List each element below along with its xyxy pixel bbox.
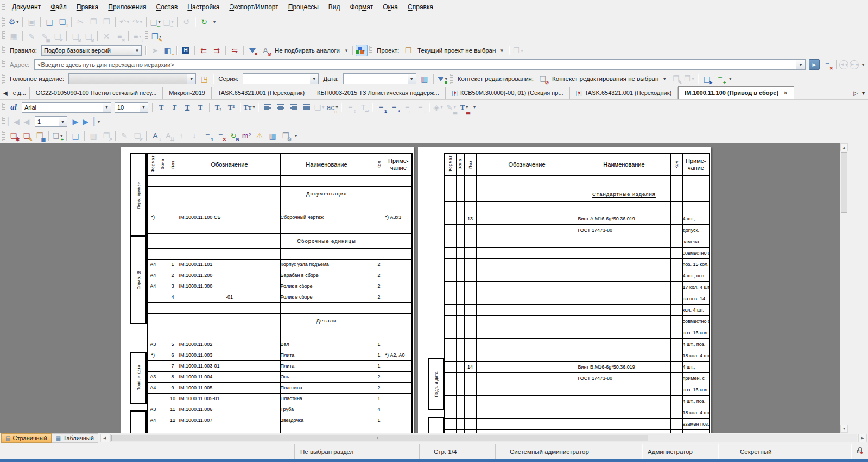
view-tab-paged[interactable]: ▤Страничный (1, 433, 52, 443)
add-section-icon[interactable]: ❏+▾ (52, 130, 64, 142)
new-spec-item-icon[interactable]: ❏✱ (8, 130, 20, 142)
align-right-icon[interactable] (287, 102, 299, 113)
toolbar-grip[interactable] (145, 31, 148, 41)
tab-list-icon[interactable]: ▾ (860, 90, 867, 96)
structure-icon[interactable]: ◧▪ (162, 45, 174, 56)
rule-combobox-arrow-icon[interactable]: ▼ (133, 46, 141, 55)
print-preview-icon[interactable]: ❏◌ (56, 16, 68, 28)
menu-item-2[interactable]: Правка (72, 2, 104, 12)
font-name-combobox-arrow-icon[interactable]: ▼ (103, 103, 111, 112)
doc-tab-3[interactable]: КБП0003-2015 ТЗ Логистическая поддерж... (311, 87, 446, 99)
spec-row[interactable]: совместно с (445, 247, 709, 258)
toolbar-grip[interactable] (2, 31, 5, 41)
select-context-icon[interactable]: ▤➤ (701, 73, 713, 85)
menu-item-7[interactable]: Процессы (283, 2, 324, 12)
menu-item-1[interactable]: Файл (46, 2, 72, 12)
tab-scroll-left-icon[interactable]: ◀ (1, 90, 10, 96)
spec-row[interactable]: 13Винт А.М16-6g*50.36.0194 шт., (445, 213, 709, 224)
edit-context-icon[interactable]: ❏⊘ (537, 73, 549, 85)
close-tab-icon[interactable]: ✕ (783, 90, 788, 96)
edit-context-dropdown[interactable]: Контекст редактирования не выбран▼ (549, 75, 669, 82)
toolbar-grip[interactable] (2, 117, 5, 126)
renumber-positions-icon[interactable]: ≡1 (201, 130, 213, 142)
toolbar-grip[interactable] (450, 74, 453, 84)
spec-row[interactable]: поз. 16 кол. (445, 327, 709, 338)
spec-row[interactable]: 4 шт., поз. (445, 395, 709, 407)
tab-scroll-right-icon[interactable]: ▷ (851, 90, 860, 96)
doc-tab-2[interactable]: TASK.654321.001 (Переходник) (212, 87, 311, 99)
pagenav-options-icon[interactable]: ▾ (96, 116, 102, 128)
char-spacing-icon[interactable]: ас↔▾ (326, 102, 338, 113)
head-product-link-icon[interactable]: ◳ (198, 73, 210, 85)
context-options-icon[interactable]: ▾ (727, 73, 733, 85)
modules-cube-icon[interactable]: ▾ (356, 45, 368, 56)
filter-icon[interactable] (246, 45, 258, 56)
subscript-icon[interactable]: T₂ (212, 102, 224, 113)
spec-section-row[interactable]: Документация (147, 186, 412, 201)
head-product-combobox-arrow-icon[interactable]: ▼ (187, 74, 195, 84)
superscript-icon[interactable]: T² (225, 102, 237, 113)
update-names-icon[interactable]: ↻N (227, 130, 239, 142)
sort-az-icon[interactable]: А↓ (149, 130, 161, 142)
spec-row[interactable]: А41IM.1000.11.101Корпус узла подъема2 (147, 259, 412, 270)
spec-row[interactable]: поз. 16 кол. (445, 384, 709, 395)
spec-row[interactable]: совместно с (445, 315, 709, 327)
doc-tab-0[interactable]: GG22-0105090-100 Настил сетчатый несу... (30, 87, 163, 99)
menu-item-3[interactable]: Приложения (103, 2, 151, 12)
open-folder-icon[interactable]: ❒▦ (34, 130, 46, 142)
spec-row[interactable]: 18 кол. 4 шт. (445, 350, 709, 361)
menu-item-0[interactable]: Документ (7, 2, 46, 12)
spec-row[interactable]: ГОСТ 17473-80допуск. (445, 224, 709, 236)
series-combobox[interactable]: ▼ (243, 73, 319, 84)
page-number-combobox[interactable]: 1▼ (35, 116, 67, 127)
horizontal-scroll-track[interactable] (110, 434, 857, 442)
vertical-scrollbar[interactable]: ▲ ▼ (840, 143, 848, 433)
doc-tab-4[interactable]: ◫КСВ50М.30.000(-00, 01) (Секция пр... (446, 87, 570, 99)
font-size-combobox[interactable]: 10▼ (115, 102, 148, 113)
align-justify-icon[interactable] (300, 102, 312, 113)
spec-row[interactable]: 17 кол. 4 шт. (445, 281, 709, 293)
vertical-scroll-thumb[interactable] (841, 152, 847, 213)
h-mode-icon[interactable]: H (180, 45, 192, 56)
spec-row[interactable]: 13 кол. 4 шт. (445, 429, 709, 433)
vertical-scroll-track[interactable] (840, 151, 848, 425)
bold-icon[interactable]: T (155, 102, 167, 113)
analogs-dropdown-icon[interactable]: ▾ (343, 45, 350, 56)
wizard-icon[interactable]: ❒✎▾ (150, 30, 162, 42)
spec-row[interactable]: кол. 4 шт. (445, 304, 709, 315)
doc-tab-1[interactable]: Микрон-2019 (163, 87, 212, 99)
scroll-up-icon[interactable]: ▲ (840, 143, 848, 151)
no-analogs-icon[interactable]: A⊘ (259, 45, 271, 56)
print-icon[interactable]: ▤ (43, 16, 55, 28)
spec-row[interactable] (147, 302, 412, 313)
menu-item-10[interactable]: Окна (378, 2, 403, 12)
toolbar-grip[interactable] (2, 131, 5, 141)
series-combobox-arrow-icon[interactable]: ▼ (310, 74, 318, 84)
spec-section-row[interactable]: Детали (147, 313, 412, 328)
spec-row[interactable]: взамен поз. (445, 418, 709, 429)
spec-row[interactable]: 4 шт., поз. (445, 270, 709, 281)
strikethrough-icon[interactable]: T (194, 102, 206, 113)
go-button[interactable]: ▶ (809, 59, 820, 70)
spec-row[interactable]: А412IM.1000.11.007Звездочка1 (147, 415, 412, 426)
toolbar-grip[interactable] (2, 103, 5, 112)
italic-icon[interactable]: T (168, 102, 180, 113)
fontbar-options-icon[interactable]: ▾ (471, 102, 478, 113)
menu-item-5[interactable]: Настройка (182, 2, 224, 12)
filter-settings-icon[interactable]: ▾ (436, 73, 448, 85)
scroll-down-icon[interactable]: ▼ (840, 425, 848, 433)
report-print-icon[interactable]: ❒⚙ (280, 130, 292, 142)
bullet-list-icon[interactable]: ≡• (388, 102, 400, 113)
spec-row[interactable]: А35IM.1000.11.002Вал1 (147, 339, 412, 350)
spec-section-row[interactable]: Стандартные изделия (445, 187, 709, 201)
align-center-icon[interactable] (274, 102, 286, 113)
menu-item-4[interactable]: Состав (151, 2, 183, 12)
spec-row[interactable] (147, 328, 412, 339)
compare-structure-icon[interactable]: ⇋ (229, 45, 240, 56)
spec-row[interactable]: 18 кол. 4 шт. (445, 407, 709, 418)
current-project-dropdown[interactable]: Текущий проект не выбран▼ (415, 47, 506, 54)
toolbar-grip[interactable] (2, 46, 5, 55)
date-combobox[interactable]: ▼ (343, 73, 416, 84)
spec-row[interactable]: замена (445, 236, 709, 247)
spec-row[interactable] (445, 175, 709, 187)
